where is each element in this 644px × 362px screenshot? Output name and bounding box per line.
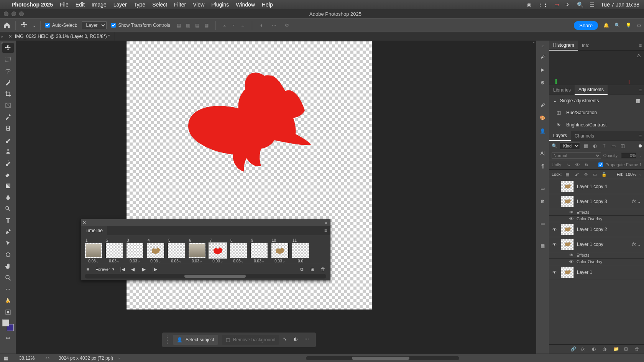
play-icon[interactable]: ▶ — [141, 266, 147, 272]
effect-visibility-icon[interactable]: 👁 — [569, 253, 573, 257]
canvas-h-scrollbar[interactable] — [125, 356, 640, 360]
frame-delay[interactable]: 0.03⌄ — [126, 258, 144, 263]
timeline-options-icon[interactable]: ≡ — [321, 228, 330, 233]
frame-thumbnail[interactable] — [271, 243, 289, 258]
visibility-toggle[interactable]: 👁 — [552, 269, 558, 275]
zoom-tool[interactable] — [2, 273, 14, 283]
history-brush-tool[interactable] — [2, 158, 14, 168]
effect-visibility-icon[interactable]: 👁 — [569, 210, 573, 215]
gear-icon[interactable]: ⚙ — [283, 21, 291, 29]
help-bulb-icon[interactable]: 💡 — [626, 23, 631, 28]
align-bottom-icon[interactable]: ⫠ — [239, 21, 247, 29]
filter-kind-select[interactable]: Kind — [560, 143, 580, 149]
layer-effect-item[interactable]: 👁Color Overlay — [549, 216, 644, 222]
tool-preset-chevron-icon[interactable]: ⌄ — [33, 23, 36, 28]
tween-icon[interactable]: ⧉ — [299, 266, 305, 272]
distribute-icon[interactable]: ⫞ — [257, 21, 265, 29]
timeline-frame[interactable]: 80.03⌄ — [230, 238, 247, 263]
propagate-frame-checkbox[interactable] — [598, 162, 603, 167]
layer-fx-icon[interactable]: fx — [581, 346, 587, 352]
menu-file[interactable]: File — [60, 2, 69, 8]
filter-type-icon[interactable]: T — [601, 143, 608, 149]
unify-style-icon[interactable]: fx — [583, 161, 590, 168]
show-transform-checkbox[interactable]: Show Transform Controls — [111, 23, 170, 28]
frame-delay[interactable]: 0.03⌄ — [230, 258, 247, 263]
canvas-area[interactable]: ✕ « Timeline ≡ 10.03⌄20.03⌄30.03⌄40.03⌄5… — [16, 41, 536, 354]
spotlight-icon[interactable]: 🔍 — [577, 2, 583, 8]
visibility-toggle[interactable] — [552, 183, 558, 190]
layer-row[interactable]: 👁Layer 1 copyfx ⌄ — [549, 237, 644, 252]
timeline-frame[interactable]: 10.03⌄ — [85, 238, 102, 263]
frame-thumbnail[interactable] — [147, 243, 164, 258]
frame-thumbnail[interactable] — [105, 243, 123, 258]
layer-effects-row[interactable]: 👁Effects — [549, 252, 644, 259]
layer-row[interactable]: Layer 1 copy 3fx ⌄ — [549, 194, 644, 209]
adjustments-grid-icon[interactable]: ▦ — [636, 98, 640, 103]
frame-thumbnail[interactable] — [168, 243, 185, 258]
link-layers-icon[interactable]: 🔗 — [570, 346, 577, 352]
layer-name[interactable]: Layer 1 copy 3 — [577, 199, 607, 204]
timeline-frame[interactable]: 20.03⌄ — [105, 238, 123, 263]
search-icon[interactable]: 🔍 — [614, 23, 620, 28]
tab-close-icon[interactable]: ✕ — [8, 34, 12, 39]
opacity-chevron-icon[interactable]: ⌄ — [639, 154, 642, 157]
effect-visibility-icon[interactable]: 👁 — [569, 216, 573, 221]
actions-panel-icon[interactable]: ▭ — [539, 185, 547, 192]
timeline-frame[interactable]: 90.03⌄ — [250, 238, 268, 263]
layer-name[interactable]: Layer 1 — [577, 270, 592, 275]
align-right-icon[interactable]: ▤ — [193, 21, 202, 29]
filter-toggle-icon[interactable] — [639, 144, 642, 147]
layer-row[interactable]: 👁Layer 1 — [549, 265, 644, 280]
frame-delay[interactable]: 0.03⌄ — [168, 258, 185, 263]
timeline-frame[interactable]: 60.03⌄ — [188, 238, 206, 263]
opacity-value[interactable]: 0% — [621, 153, 636, 158]
unify-visibility-icon[interactable]: 👁 — [574, 161, 581, 168]
eraser-tool[interactable] — [2, 169, 14, 179]
auto-select-target-select[interactable]: Layer — [82, 21, 107, 29]
channels-tab[interactable]: Channels — [571, 131, 598, 141]
frame-delay[interactable]: 0.03⌄ — [250, 258, 268, 263]
play-panel-icon[interactable]: ▶ — [539, 66, 547, 74]
timeline-collapse-icon[interactable]: « — [325, 221, 330, 225]
remove-background-button[interactable]: ◫ Remove background — [222, 335, 279, 345]
adjustments-options-icon[interactable]: ≡ — [637, 87, 644, 93]
layer-thumbnail[interactable] — [561, 267, 574, 278]
prev-frame-icon[interactable]: ◀| — [130, 266, 136, 272]
menu-layer[interactable]: Layer — [113, 2, 127, 8]
lock-position-icon[interactable]: ✥ — [582, 171, 589, 178]
control-center-icon[interactable]: ☰ — [590, 2, 595, 8]
timeline-close-icon[interactable]: ✕ — [81, 220, 88, 225]
layer-effects-row[interactable]: 👁Effects — [549, 209, 644, 216]
fill-chevron-icon[interactable]: ⌄ — [639, 172, 642, 176]
character-panel-icon[interactable]: A| — [539, 149, 547, 157]
traffic-minimize[interactable] — [12, 11, 16, 16]
battery-icon[interactable]: ▭ — [554, 2, 559, 8]
delete-layer-icon[interactable]: 🗑 — [635, 346, 641, 352]
filter-shape-icon[interactable]: ▭ — [610, 143, 617, 149]
marquee-tool[interactable] — [2, 54, 14, 64]
layers-options-icon[interactable]: ≡ — [637, 133, 644, 139]
menu-view[interactable]: View — [193, 2, 204, 8]
move-tool-icon[interactable] — [20, 21, 28, 30]
hand-tool[interactable] — [2, 261, 14, 271]
new-layer-icon[interactable]: ⊞ — [624, 346, 630, 352]
frame-thumbnail[interactable] — [250, 243, 268, 258]
home-icon[interactable] — [3, 21, 11, 29]
brush-tool[interactable] — [2, 135, 14, 145]
timeline-frame[interactable]: 70.03⌄ — [209, 238, 227, 263]
timeline-frame[interactable]: 100.03⌄ — [271, 238, 289, 263]
timeline-frame[interactable]: 30.03⌄ — [126, 238, 144, 263]
first-frame-icon[interactable]: |◀ — [120, 266, 126, 272]
panels-collapse-icon[interactable]: » — [531, 41, 536, 45]
workspace-icon[interactable]: ▭ — [637, 23, 641, 28]
layer-thumbnail[interactable] — [561, 224, 574, 235]
adj-brightness-contrast[interactable]: ☀ Brightness/Contrast — [549, 119, 644, 131]
clone-stamp-tool[interactable] — [2, 146, 14, 156]
document-tab[interactable]: ✕ IMG_0022.HEIC @ 38.1% (Layer 0, RGB/8*… — [4, 32, 115, 41]
loop-select[interactable]: Forever▼ — [95, 267, 115, 272]
frame-thumbnail[interactable] — [230, 243, 247, 258]
effect-visibility-icon[interactable]: 👁 — [569, 259, 573, 264]
lasso-tool[interactable] — [2, 66, 14, 76]
menu-edit[interactable]: Edit — [76, 2, 85, 8]
frame-delay[interactable]: 0.03⌄ — [209, 258, 227, 263]
